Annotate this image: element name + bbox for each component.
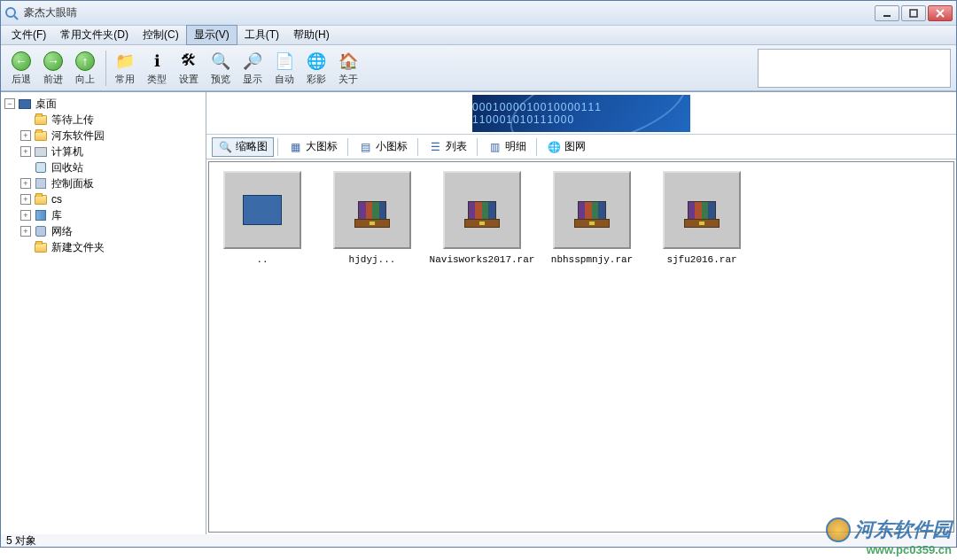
web-tab[interactable]: 🌐图网 xyxy=(541,137,592,157)
list-tab[interactable]: ☰列表 xyxy=(422,137,473,157)
detail-tab-icon: ▥ xyxy=(487,140,502,154)
banner-text: 0001000010010000111 110001010111000 xyxy=(472,101,690,126)
collapse-icon[interactable]: − xyxy=(4,98,15,109)
app-window: 豪杰大眼睛 文件(F)常用文件夹(D)控制(C)显示(V)工具(T)帮助(H) … xyxy=(0,0,957,548)
toolbar: ←后退→前进↑向上📁常用ℹ类型🛠设置🔍预览🔎显示📄自动🌐彩影🏠关于 xyxy=(1,45,956,91)
control-icon xyxy=(34,177,48,190)
rar-icon xyxy=(464,192,500,228)
body-area: −桌面等待上传+河东软件园+计算机回收站+控制面板+cs+库+网络新建文件夹 0… xyxy=(1,91,956,534)
expand-icon[interactable]: + xyxy=(20,178,31,189)
up-button-icon: ↑ xyxy=(74,51,96,72)
small-icon-tab[interactable]: ▤小图标 xyxy=(352,137,414,157)
view-tabs: 🔍缩略图▦大图标▤小图标☰列表▥明细🌐图网 xyxy=(206,135,956,159)
status-text: 5 对象 xyxy=(6,533,36,548)
app-icon xyxy=(4,6,19,20)
auto-button-icon: 📄 xyxy=(274,51,295,72)
expand-icon[interactable]: + xyxy=(20,194,31,205)
content-panel: 0001000010010000111 110001010111000 🔍缩略图… xyxy=(206,92,956,534)
thumb-item-0[interactable]: .. xyxy=(218,171,307,265)
titlebar: 豪杰大眼睛 xyxy=(1,1,956,26)
tree-item-2[interactable]: +计算机 xyxy=(1,144,206,159)
small-icon-tab-icon: ▤ xyxy=(358,140,372,154)
color-button-icon: 🌐 xyxy=(306,51,327,72)
statusbar: 5 对象 xyxy=(1,534,956,547)
color-button[interactable]: 🌐彩影 xyxy=(301,48,331,89)
thumb-label: nbhsspmnjy.rar xyxy=(551,254,633,265)
maximize-button[interactable] xyxy=(901,5,926,21)
web-tab-icon: 🌐 xyxy=(547,140,561,154)
thumb-item-2[interactable]: Navisworks2017.rar xyxy=(438,171,526,265)
toolbar-preview-box xyxy=(758,49,951,88)
minimize-button[interactable] xyxy=(875,5,899,21)
settings-button-icon: 🛠 xyxy=(178,51,199,72)
common-button-icon: 📁 xyxy=(114,51,136,72)
folder-icon xyxy=(34,241,48,253)
folder-icon xyxy=(34,129,48,142)
tree-item-0[interactable]: 等待上传 xyxy=(1,112,206,128)
close-button[interactable] xyxy=(928,5,953,21)
common-button[interactable]: 📁常用 xyxy=(110,48,140,89)
about-button[interactable]: 🏠关于 xyxy=(333,48,363,89)
thumb-label: .. xyxy=(256,254,268,265)
folder-tree[interactable]: −桌面等待上传+河东软件园+计算机回收站+控制面板+cs+库+网络新建文件夹 xyxy=(1,92,206,534)
expand-icon[interactable]: + xyxy=(20,210,31,221)
thumb-item-1[interactable]: hjdyj... xyxy=(328,171,416,265)
tree-item-3[interactable]: 回收站 xyxy=(1,159,206,175)
menu-5[interactable]: 帮助(H) xyxy=(286,26,337,44)
about-button-icon: 🏠 xyxy=(338,51,359,72)
thumb-label: Navisworks2017.rar xyxy=(430,254,535,265)
menubar: 文件(F)常用文件夹(D)控制(C)显示(V)工具(T)帮助(H) xyxy=(1,26,956,45)
svg-line-1 xyxy=(14,16,18,19)
up-button[interactable]: ↑向上 xyxy=(70,48,100,89)
thumb-label: sjfu2016.rar xyxy=(666,254,736,265)
preview-button-icon: 🔍 xyxy=(210,51,231,72)
menu-2[interactable]: 控制(C) xyxy=(136,26,186,44)
menu-0[interactable]: 文件(F) xyxy=(4,26,53,44)
desktop-icon xyxy=(18,97,32,110)
rar-icon xyxy=(574,192,610,228)
type-button-icon: ℹ xyxy=(146,51,167,72)
large-icon-tab[interactable]: ▦大图标 xyxy=(282,137,344,157)
window-controls xyxy=(875,5,953,21)
forward-button-icon: → xyxy=(43,51,64,72)
back-button[interactable]: ←后退 xyxy=(6,48,36,89)
computer-icon xyxy=(34,145,48,158)
forward-button[interactable]: →前进 xyxy=(38,48,68,89)
preview-button[interactable]: 🔍预览 xyxy=(206,48,236,89)
tree-item-6[interactable]: +库 xyxy=(1,207,206,223)
detail-tab[interactable]: ▥明细 xyxy=(481,137,533,157)
svg-rect-3 xyxy=(910,10,917,17)
thumb-item-3[interactable]: nbhsspmnjy.rar xyxy=(548,171,636,265)
menu-4[interactable]: 工具(T) xyxy=(237,26,286,44)
menu-3[interactable]: 显示(V) xyxy=(186,25,237,45)
window-title: 豪杰大眼睛 xyxy=(24,5,875,20)
tree-item-8[interactable]: 新建文件夹 xyxy=(1,239,206,255)
settings-button[interactable]: 🛠设置 xyxy=(174,48,204,89)
tree-root[interactable]: −桌面 xyxy=(1,96,206,112)
folder-icon xyxy=(34,113,48,126)
show-button[interactable]: 🔎显示 xyxy=(237,48,268,89)
rar-icon xyxy=(354,192,390,228)
expand-icon[interactable]: + xyxy=(20,226,31,237)
tree-item-7[interactable]: +网络 xyxy=(1,223,206,239)
thumbnail-area[interactable]: ..hjdyj...Navisworks2017.rarnbhsspmnjy.r… xyxy=(208,161,954,533)
thumbnail-tab[interactable]: 🔍缩略图 xyxy=(212,137,274,157)
thumb-item-4[interactable]: sjfu2016.rar xyxy=(657,171,746,265)
menu-1[interactable]: 常用文件夹(D) xyxy=(53,26,136,44)
large-icon-tab-icon: ▦ xyxy=(288,140,302,154)
recycle-icon xyxy=(34,161,48,174)
tree-item-1[interactable]: +河东软件园 xyxy=(1,128,206,144)
banner-image: 0001000010010000111 110001010111000 xyxy=(472,95,690,132)
rar-icon xyxy=(684,192,720,228)
desktop-thumb-icon xyxy=(243,195,282,225)
svg-point-0 xyxy=(6,8,15,17)
expand-icon[interactable]: + xyxy=(20,130,31,141)
thumb-label: hjdyj... xyxy=(349,254,396,265)
type-button[interactable]: ℹ类型 xyxy=(142,48,172,89)
tree-item-4[interactable]: +控制面板 xyxy=(1,175,206,191)
tree-item-5[interactable]: +cs xyxy=(1,191,206,207)
list-tab-icon: ☰ xyxy=(428,140,442,154)
library-icon xyxy=(34,209,48,222)
auto-button[interactable]: 📄自动 xyxy=(269,48,300,89)
expand-icon[interactable]: + xyxy=(20,146,31,157)
